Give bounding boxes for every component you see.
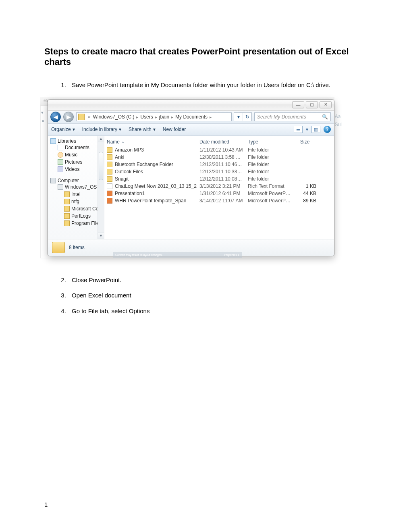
table-row[interactable]: Anki12/30/2011 3:58 PMFile folder: [104, 154, 334, 161]
table-row[interactable]: Snagit12/12/2011 10:08 …File folder: [104, 175, 334, 183]
address-bar-row: ◀ ▶ « Windows7_OS (C:) ▸ Users ▸ jbain ▸…: [48, 111, 334, 124]
folder-icon: [64, 213, 70, 219]
ppt-icon: [107, 198, 112, 204]
table-row[interactable]: Outlook Files12/12/2011 10:33 …File fold…: [104, 168, 334, 175]
nav-sub-label: PerfLogs: [71, 212, 91, 220]
step-1: Save PowerPoint template in My Documents…: [68, 79, 371, 91]
include-in-library-menu[interactable]: Include in library ▾: [82, 127, 121, 132]
col-name[interactable]: Name ▴: [104, 137, 197, 146]
file-name: Presentation1: [115, 191, 145, 196]
file-type: File folder: [245, 154, 298, 160]
chevron-right-icon: ▸: [154, 115, 158, 119]
file-type: Microsoft PowerP…: [245, 190, 298, 197]
scroll-down-icon[interactable]: ▼: [98, 233, 104, 239]
file-size: [298, 161, 322, 168]
scroll-thumb[interactable]: [99, 152, 103, 180]
nav-sub-intel[interactable]: Intel: [50, 191, 104, 198]
crumb-users[interactable]: Users: [139, 114, 154, 120]
file-size: 1 KB: [298, 183, 322, 189]
file-size: [298, 168, 322, 175]
maximize-button[interactable]: ▢: [306, 101, 318, 108]
forward-button[interactable]: ▶: [63, 112, 74, 122]
file-name: Outlook Files: [115, 169, 143, 175]
explorer-toolbar: Organize ▾ Include in library ▾ Share wi…: [48, 124, 334, 136]
nav-sub-microsoft[interactable]: Microsoft Com: [50, 205, 104, 212]
file-date: 12/12/2011 10:33 …: [197, 168, 245, 175]
col-size[interactable]: Size: [298, 137, 322, 146]
sort-indicator-icon: ▴: [122, 140, 124, 144]
background-right-glyphs: Aa Sul: [335, 112, 342, 129]
crumb-mydocs[interactable]: My Documents: [174, 114, 208, 120]
file-date: 3/13/2012 3:21 PM: [197, 183, 245, 189]
file-name-cell: Presentation1: [104, 190, 197, 197]
file-name: Snagit: [115, 176, 129, 182]
ghost-left: Convert may result in layout changes.: [115, 254, 162, 256]
nav-sub-perflogs[interactable]: PerfLogs: [50, 212, 104, 220]
include-label: Include in library: [82, 127, 117, 132]
nav-pictures[interactable]: Pictures: [50, 158, 104, 166]
preview-pane-button[interactable]: ▥: [311, 126, 320, 133]
chevron-down-icon: ▾: [73, 127, 75, 132]
bg-aa: Aa: [335, 112, 342, 121]
organize-menu[interactable]: Organize ▾: [51, 127, 75, 132]
folder-icon: [107, 147, 112, 153]
search-placeholder: Search My Documents: [257, 114, 306, 120]
share-with-menu[interactable]: Share with ▾: [129, 127, 156, 132]
view-options-button[interactable]: ☰: [294, 126, 303, 133]
videos-icon: [58, 166, 63, 172]
address-dropdown-button[interactable]: ▾: [234, 113, 243, 121]
breadcrumb[interactable]: « Windows7_OS (C:) ▸ Users ▸ jbain ▸ My …: [76, 112, 232, 121]
help-button[interactable]: ?: [324, 126, 331, 133]
nav-music[interactable]: Music: [50, 151, 104, 158]
file-type: Microsoft PowerP…: [245, 197, 298, 204]
minimize-button[interactable]: —: [292, 101, 304, 108]
back-button[interactable]: ◀: [50, 112, 61, 122]
file-name-cell: WHR PowerPoint template_Span: [104, 197, 197, 204]
col-date[interactable]: Date modified: [197, 137, 245, 146]
libraries-icon: [50, 138, 56, 144]
chevron-down-icon[interactable]: ▾: [306, 127, 308, 132]
col-type[interactable]: Type: [245, 137, 298, 146]
crumb-drive[interactable]: Windows7_OS (C:): [92, 114, 135, 120]
nav-drive-c[interactable]: Windows7_OS (C: [50, 183, 104, 191]
chevron-right-icon: ▸: [208, 115, 213, 119]
nav-videos-label: Videos: [65, 166, 79, 173]
folder-icon: [107, 169, 112, 175]
ppt-icon: [107, 191, 112, 196]
nav-documents[interactable]: Documents: [50, 144, 104, 151]
file-size: 89 KB: [298, 197, 322, 204]
nav-libraries-label: Libraries: [58, 138, 76, 144]
table-row[interactable]: Bluetooth Exchange Folder12/12/2011 10:4…: [104, 161, 334, 168]
documents-icon: [58, 145, 63, 150]
file-date: 1/31/2012 6:41 PM: [197, 190, 245, 197]
column-headers: Name ▴ Date modified Type Size: [104, 137, 334, 146]
file-size: [298, 176, 322, 182]
new-folder-button[interactable]: New folder: [163, 127, 186, 132]
close-button[interactable]: ✕: [320, 101, 332, 108]
step-2: Close PowerPoint.: [68, 274, 371, 286]
file-date: 3/14/2012 11:07 AM: [197, 197, 245, 204]
share-label: Share with: [129, 127, 152, 132]
search-input[interactable]: Search My Documents 🔍: [254, 112, 331, 121]
nav-sub-programfiles[interactable]: Program Files: [50, 220, 104, 227]
table-row[interactable]: ChatLog Meet Now 2012_03_13 15_213/13/20…: [104, 183, 334, 190]
table-row[interactable]: Presentation11/31/2012 6:41 PMMicrosoft …: [104, 190, 334, 197]
nav-videos[interactable]: Videos: [50, 166, 104, 173]
file-name: ChatLog Meet Now 2012_03_13 15_21: [115, 183, 197, 189]
bg-close-icon: ✕: [41, 118, 45, 124]
refresh-button[interactable]: ↻: [243, 113, 251, 121]
file-name: Bluetooth Exchange Folder: [115, 162, 173, 167]
crumb-user[interactable]: jbain: [158, 114, 170, 120]
nav-sub-mfg[interactable]: mfg: [50, 198, 104, 205]
scroll-up-icon[interactable]: ▲: [98, 136, 104, 142]
table-row[interactable]: WHR PowerPoint template_Span3/14/2012 11…: [104, 197, 334, 204]
nav-computer[interactable]: Computer: [50, 178, 104, 183]
nav-libraries[interactable]: Libraries: [50, 138, 104, 144]
nav-scrollbar[interactable]: ▲ ▼: [98, 136, 104, 239]
file-list: Name ▴ Date modified Type Size Amazon MP…: [104, 136, 334, 239]
file-name-cell: Outlook Files: [104, 168, 197, 175]
table-row[interactable]: Amazon MP31/11/2012 10:43 AMFile folder: [104, 146, 334, 154]
explorer-screenshot: efe ▾ ✕ Aa Sul — ▢ ✕ ◀ ▶: [40, 97, 334, 258]
chevron-right-icon: ▸: [135, 115, 139, 119]
file-name-cell: ChatLog Meet Now 2012_03_13 15_21: [104, 183, 197, 189]
